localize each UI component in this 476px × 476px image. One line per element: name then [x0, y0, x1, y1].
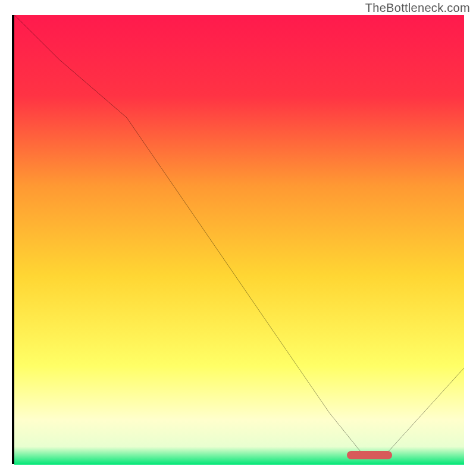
chart-container: TheBottleneck.com [0, 0, 476, 476]
watermark-label: TheBottleneck.com [365, 1, 470, 15]
bottleneck-curve-path [14, 15, 464, 457]
curve-layer [14, 15, 464, 462]
plot-area [12, 15, 464, 464]
optimal-marker [347, 451, 392, 459]
